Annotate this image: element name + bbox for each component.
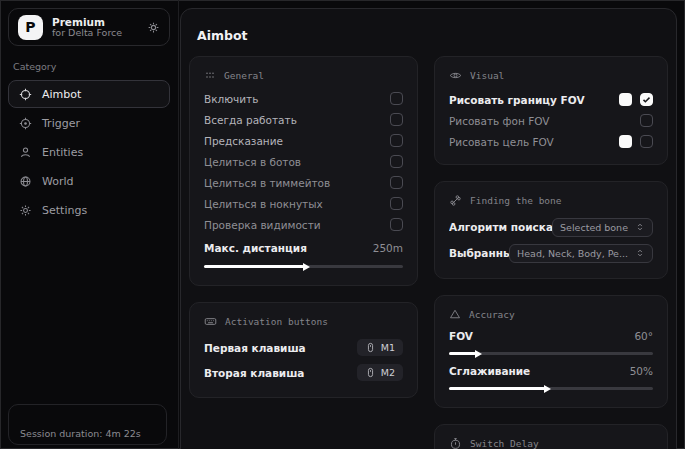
session-duration-box: Session duration: 4m 22s xyxy=(8,404,167,445)
slider-fill xyxy=(449,387,545,390)
gear-icon[interactable] xyxy=(147,21,160,34)
toggle-label: Проверка видимости xyxy=(204,219,321,231)
bone-icon xyxy=(449,194,462,207)
section-title: Switch Delay xyxy=(470,438,539,449)
max-distance-slider[interactable] xyxy=(204,265,403,268)
dropdown-row: Выбранные кости Head, Neck, Body, Pe... xyxy=(449,240,653,266)
slider-label-row: Макс. дистанция 250m xyxy=(204,238,403,258)
crosshair-icon xyxy=(19,88,32,101)
globe-icon xyxy=(19,175,32,188)
checkbox-draw-fov-target[interactable] xyxy=(640,135,653,148)
sidebar: P Premium for Delta Force Category Aimbo… xyxy=(0,0,179,449)
sidebar-item-settings[interactable]: Settings xyxy=(8,196,170,224)
dropdown-row: Алгоритм поиска костей Selected bone xyxy=(449,214,653,240)
slider-label-row: FOV 60° xyxy=(449,327,653,345)
selected-bones-dropdown[interactable]: Head, Neck, Body, Pe... xyxy=(509,244,653,263)
visual-label: Рисовать границу FOV xyxy=(449,94,585,106)
section-title: Visual xyxy=(470,70,504,81)
smoothing-slider[interactable] xyxy=(449,387,653,390)
stopwatch-icon xyxy=(449,437,462,449)
checkbox-prediction[interactable] xyxy=(390,134,403,147)
toggle-label: Всегда работать xyxy=(204,114,297,126)
dropdown-label: Алгоритм поиска костей xyxy=(449,221,552,233)
slider-label: Макс. дистанция xyxy=(204,242,307,254)
visual-card: Visual Рисовать границу FOV Рисовать фон… xyxy=(434,56,668,165)
toggle-label: Целиться в тиммейтов xyxy=(204,177,330,189)
keybind-row: Первая клавиша M1 xyxy=(204,335,403,360)
color-swatch[interactable] xyxy=(619,135,632,148)
dropdown-value: Head, Neck, Body, Pe... xyxy=(517,248,628,259)
keybind-button-m2[interactable]: M2 xyxy=(357,364,403,381)
session-duration-label: Session duration: 4m 22s xyxy=(20,428,141,439)
visual-label: Рисовать цель FOV xyxy=(449,136,554,148)
keybind-label: Первая клавиша xyxy=(204,342,306,354)
checkbox-aim-bots[interactable] xyxy=(390,155,403,168)
toggle-row: Целиться в нокнутых xyxy=(204,193,403,214)
slider-value: 50% xyxy=(630,365,653,377)
visual-row: Рисовать цель FOV xyxy=(449,131,653,152)
premium-card: P Premium for Delta Force xyxy=(8,8,170,46)
main-panel: Aimbot General Включить xyxy=(180,8,677,449)
dropdown-label: Выбранные кости xyxy=(449,247,509,259)
slider-value: 60° xyxy=(634,330,653,342)
keyboard-icon xyxy=(204,315,217,328)
toggle-row: Целиться в ботов xyxy=(204,151,403,172)
accuracy-card: Accuracy FOV 60° Сглаживание 50% xyxy=(434,295,668,408)
toggle-label: Целиться в ботов xyxy=(204,156,301,168)
slider-label: FOV xyxy=(449,330,473,342)
checkbox-enable[interactable] xyxy=(390,92,403,105)
app-subtitle: for Delta Force xyxy=(52,28,122,39)
sidebar-item-label: World xyxy=(42,175,74,188)
fov-slider[interactable] xyxy=(449,352,653,355)
keybind-row: Вторая клавиша M2 xyxy=(204,360,403,385)
entities-icon xyxy=(19,146,32,159)
checkbox-draw-fov-border[interactable] xyxy=(640,93,653,106)
toggle-row: Включить xyxy=(204,88,403,109)
sidebar-item-label: Trigger xyxy=(42,117,80,130)
slider-fill xyxy=(204,265,304,268)
sidebar-item-label: Aimbot xyxy=(42,88,81,101)
checkbox-aim-knocked[interactable] xyxy=(390,197,403,210)
activation-buttons-card: Activation buttons Первая клавиша M1 xyxy=(189,302,418,398)
sidebar-item-trigger[interactable]: Trigger xyxy=(8,109,170,137)
mouse-icon xyxy=(365,342,376,353)
chevrons-up-down-icon xyxy=(635,248,645,258)
section-title: Finding the bone xyxy=(470,195,562,206)
checkbox-aim-teammates[interactable] xyxy=(390,176,403,189)
sidebar-item-aimbot[interactable]: Aimbot xyxy=(8,80,170,108)
grip-icon xyxy=(204,69,216,81)
settings-gear-icon xyxy=(19,204,32,217)
finding-bone-card: Finding the bone Алгоритм поиска костей … xyxy=(434,181,668,279)
checkbox-always-work[interactable] xyxy=(390,113,403,126)
keybind-button-m1[interactable]: M1 xyxy=(357,339,403,356)
checkbox-draw-fov-background[interactable] xyxy=(640,114,653,127)
sidebar-item-entities[interactable]: Entities xyxy=(8,138,170,166)
trigger-icon xyxy=(19,117,32,130)
sidebar-nav: Aimbot Trigger Entities xyxy=(8,80,170,224)
visual-label: Рисовать фон FOV xyxy=(449,115,550,127)
toggle-row: Целиться в тиммейтов xyxy=(204,172,403,193)
slider-value: 250m xyxy=(373,242,403,254)
premium-text: Premium for Delta Force xyxy=(52,16,122,39)
category-label: Category xyxy=(13,61,165,72)
toggle-label: Предсказание xyxy=(204,135,283,147)
general-card: General Включить Всегда работать Предска… xyxy=(189,56,418,286)
checkbox-visibility-check[interactable] xyxy=(390,218,403,231)
app-title: Premium xyxy=(52,16,122,28)
toggle-row: Проверка видимости xyxy=(204,214,403,235)
toggle-row: Всегда работать xyxy=(204,109,403,130)
app-logo: P xyxy=(18,15,43,40)
keybind-value: M2 xyxy=(381,367,395,378)
bone-algorithm-dropdown[interactable]: Selected bone xyxy=(552,218,653,237)
sidebar-item-world[interactable]: World xyxy=(8,167,170,195)
sidebar-item-label: Entities xyxy=(42,146,83,159)
dropdown-value: Selected bone xyxy=(560,222,628,233)
visual-row: Рисовать границу FOV xyxy=(449,89,653,110)
mouse-icon xyxy=(365,367,376,378)
section-title: Activation buttons xyxy=(225,316,328,327)
page-title: Aimbot xyxy=(197,28,660,43)
visual-row: Рисовать фон FOV xyxy=(449,110,653,131)
sidebar-item-label: Settings xyxy=(42,204,87,217)
color-swatch[interactable] xyxy=(619,93,632,106)
keybind-value: M1 xyxy=(381,342,395,353)
